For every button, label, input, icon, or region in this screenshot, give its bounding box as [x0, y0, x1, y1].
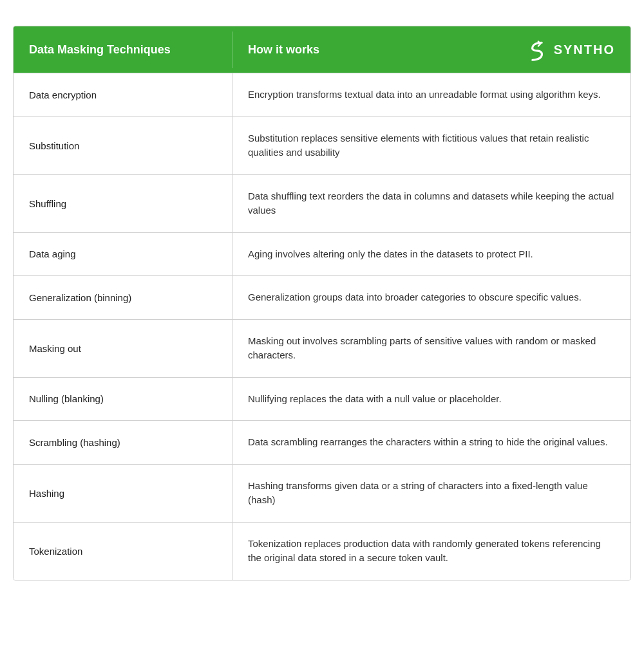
technique-cell: Hashing — [14, 465, 232, 522]
description-cell: Generalization groups data into broader … — [232, 276, 630, 319]
technique-cell: Data encryption — [14, 73, 232, 116]
table-row: Data agingAging involves altering only t… — [14, 232, 630, 276]
technique-cell: Scrambling (hashing) — [14, 421, 232, 464]
technique-cell: Nulling (blanking) — [14, 378, 232, 421]
technique-cell: Generalization (binning) — [14, 276, 232, 319]
logo: SYNTHO — [510, 26, 630, 73]
table-row: Nulling (blanking)Nullifying replaces th… — [14, 377, 630, 421]
table-row: SubstitutionSubstitution replaces sensit… — [14, 116, 630, 174]
data-masking-table: Data Masking Techniques How it works SYN… — [13, 26, 631, 580]
technique-cell: Tokenization — [14, 523, 232, 580]
table-header: Data Masking Techniques How it works SYN… — [14, 26, 630, 73]
description-cell: Nullifying replaces the data with a null… — [232, 378, 630, 421]
table-row: Scrambling (hashing)Data scrambling rear… — [14, 420, 630, 464]
description-cell: Tokenization replaces production data wi… — [232, 523, 630, 580]
description-cell: Encryption transforms textual data into … — [232, 73, 630, 116]
table-row: Masking outMasking out involves scrambli… — [14, 319, 630, 377]
technique-cell: Shuffling — [14, 175, 232, 232]
description-cell: Aging involves altering only the dates i… — [232, 233, 630, 276]
technique-cell: Substitution — [14, 117, 232, 174]
description-cell: Masking out involves scrambling parts of… — [232, 320, 630, 377]
description-cell: Data shuffling text reorders the data in… — [232, 175, 630, 232]
col1-header-label: Data Masking Techniques — [29, 43, 171, 56]
col1-header: Data Masking Techniques — [14, 32, 232, 68]
logo-text: SYNTHO — [554, 42, 615, 57]
technique-cell: Masking out — [14, 320, 232, 377]
description-cell: Hashing transforms given data or a strin… — [232, 465, 630, 522]
technique-cell: Data aging — [14, 233, 232, 276]
table-row: ShufflingData shuffling text reorders th… — [14, 174, 630, 232]
table-row: TokenizationTokenization replaces produc… — [14, 522, 630, 580]
description-cell: Substitution replaces sensitive elements… — [232, 117, 630, 174]
table-row: HashingHashing transforms given data or … — [14, 464, 630, 522]
col2-header: How it works — [232, 32, 510, 68]
col2-header-label: How it works — [248, 43, 319, 56]
table-body: Data encryptionEncryption transforms tex… — [14, 73, 630, 580]
syntho-logo-icon — [526, 38, 549, 61]
description-cell: Data scrambling rearranges the character… — [232, 421, 630, 464]
table-row: Generalization (binning)Generalization g… — [14, 275, 630, 319]
table-row: Data encryptionEncryption transforms tex… — [14, 73, 630, 116]
